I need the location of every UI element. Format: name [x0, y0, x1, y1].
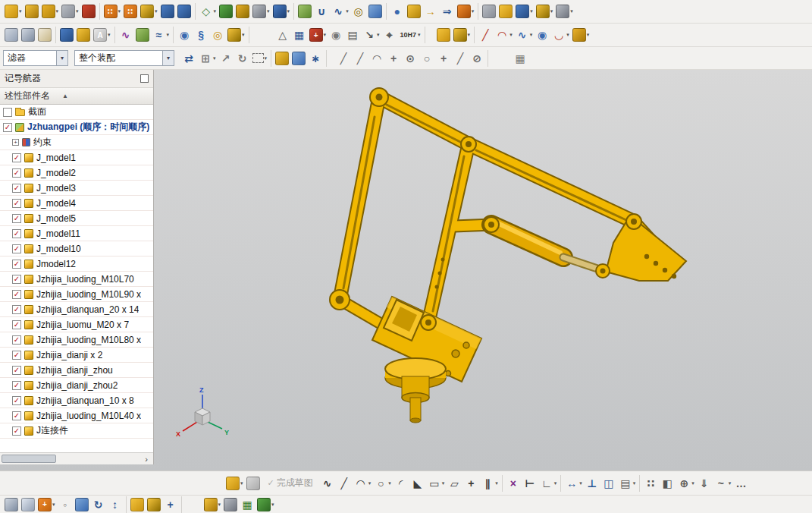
dropdown-caret[interactable]: ▾: [56, 8, 59, 14]
emboss-icon[interactable]: ▾: [226, 25, 246, 45]
snap-point-on-curve-icon[interactable]: ╱: [452, 49, 469, 68]
studio-spline-icon[interactable]: ∿▾: [514, 25, 535, 45]
dropdown-caret[interactable]: ▾: [729, 480, 732, 486]
sheet-stack-icon[interactable]: [3, 25, 20, 45]
window-icon[interactable]: [20, 495, 36, 513]
tree-item-label[interactable]: Jzhijia_luomu_M20 x 7: [36, 319, 129, 330]
measure-body-icon[interactable]: [58, 25, 75, 45]
tree-item-label[interactable]: Jzhijia_dianji_zhou: [36, 365, 113, 376]
snap-quadrant-icon[interactable]: ○: [419, 49, 435, 68]
more-curves-icon[interactable]: ◡▾: [550, 25, 571, 45]
edge-blend-icon[interactable]: ▾: [271, 2, 292, 21]
tree-item-label[interactable]: J_model2: [36, 168, 76, 178]
book-icon[interactable]: [20, 25, 36, 45]
component-checkbox[interactable]: ✓: [12, 426, 21, 436]
move-object-icon[interactable]: [435, 25, 452, 45]
tree-item-label[interactable]: J_model5: [36, 213, 76, 224]
pattern-feature-icon[interactable]: ∷▾: [102, 2, 123, 21]
snap-midpoint-icon[interactable]: ╱: [352, 49, 368, 68]
rectangle-icon[interactable]: ▭▾: [426, 474, 447, 493]
tree-item[interactable]: ✓Jzhijia_dianji_zhou2: [0, 378, 153, 393]
tree-item[interactable]: ✓Jzhijia_dianquan_10 x 8: [0, 393, 153, 408]
spiral-icon[interactable]: ◉: [176, 25, 193, 45]
tree-item[interactable]: ✓J_model2: [0, 165, 153, 181]
plus-box-icon[interactable]: ⊞▾: [197, 49, 218, 68]
component-group-icon[interactable]: [129, 495, 146, 513]
project-curve-icon[interactable]: ⇓: [696, 474, 713, 493]
dropdown-caret[interactable]: ▾: [265, 55, 268, 61]
tree-item[interactable]: ✓Jzhijia_dianji x 2: [0, 348, 153, 363]
tree-item[interactable]: ✓J_model5: [0, 211, 153, 226]
component-checkbox[interactable]: ✓: [12, 411, 21, 420]
snap-point-on-surface-icon[interactable]: ⊘: [469, 49, 485, 68]
grid-table-icon[interactable]: ▦: [291, 25, 308, 45]
refresh-icon[interactable]: ↻: [90, 495, 107, 513]
add-user-icon[interactable]: +▾: [36, 495, 57, 513]
component-checkbox[interactable]: ✓: [12, 381, 21, 390]
dropdown-caret[interactable]: ▾: [76, 8, 79, 14]
dropdown-caret[interactable]: ▾: [579, 480, 582, 486]
dropdown-caret[interactable]: ▾: [155, 8, 158, 14]
component-pattern-icon[interactable]: ▾: [514, 2, 535, 21]
make-symmetric-icon[interactable]: ◫: [600, 474, 617, 493]
tree-item[interactable]: ✓Jzhuangpei (顺序：时间顺序): [0, 120, 153, 135]
tree-item[interactable]: ✓J_model4: [0, 196, 153, 211]
intersection-point-icon[interactable]: ⊕▾: [676, 474, 696, 493]
tree-item-label[interactable]: Jzhijia_luoding_M10L90 x: [36, 289, 141, 300]
assembly-icon[interactable]: [497, 2, 514, 21]
sphere-icon[interactable]: ●: [389, 2, 406, 21]
combo-caret-icon[interactable]: ▾: [56, 51, 67, 65]
fillet-icon[interactable]: ◜: [393, 474, 409, 493]
tree-expander[interactable]: +: [12, 139, 19, 146]
subtract-icon[interactable]: [159, 2, 176, 21]
profile-icon[interactable]: ∿: [319, 474, 336, 493]
interpart-link-icon[interactable]: ⇄: [180, 49, 197, 68]
tree-item-label[interactable]: Jzhijia_dianquan_10 x 8: [36, 395, 134, 406]
trim-body-icon[interactable]: [218, 2, 234, 21]
helix-curve-icon[interactable]: ◉: [534, 25, 550, 45]
tree-item-label[interactable]: J_model3: [36, 183, 76, 194]
dropdown-caret[interactable]: ▾: [509, 32, 513, 38]
tree-item-label[interactable]: Jzhijia_dianji x 2: [36, 350, 102, 360]
dropdown-caret[interactable]: ▾: [587, 32, 590, 38]
component-checkbox[interactable]: ✓: [12, 244, 21, 253]
move-component-icon[interactable]: ▾: [535, 2, 555, 21]
circle-icon[interactable]: ○▾: [372, 474, 393, 493]
tree-item[interactable]: +约束: [0, 135, 153, 150]
dropdown-caret[interactable]: ▾: [240, 480, 243, 486]
component-checkbox[interactable]: ✓: [12, 184, 21, 193]
pin-icon[interactable]: ◦: [57, 495, 74, 513]
bounded-plane-icon[interactable]: [367, 2, 384, 21]
dropdown-caret[interactable]: ▾: [214, 8, 217, 14]
component-checkbox[interactable]: ✓: [12, 320, 21, 329]
exploded-view-icon[interactable]: ▾: [554, 2, 575, 21]
move-face-icon[interactable]: →: [422, 2, 439, 21]
pattern-annotation-icon[interactable]: +▾: [308, 25, 328, 45]
cylinder-feature-icon[interactable]: [24, 2, 40, 21]
edit-curve-icon[interactable]: ~▾: [713, 474, 733, 493]
component-checkbox[interactable]: ✓: [12, 366, 21, 375]
snap-center-icon[interactable]: ⊙: [402, 49, 419, 68]
assembly-arrangements-icon[interactable]: ▾: [452, 25, 472, 45]
intersect-icon[interactable]: [176, 2, 193, 21]
component-checkbox[interactable]: ✓: [12, 260, 21, 269]
tree-item-label[interactable]: Jzhijia_luoding_M10L70: [36, 274, 134, 285]
solid-body-filter-icon[interactable]: [274, 49, 290, 68]
component-checkbox[interactable]: ✓: [12, 351, 21, 360]
revolve-icon[interactable]: ▾: [60, 2, 80, 21]
add-component-icon[interactable]: +: [162, 495, 179, 513]
dropdown-caret[interactable]: ▾: [377, 32, 380, 38]
mirror-feature-icon[interactable]: ∷: [122, 2, 139, 21]
finish-sketch-button[interactable]: ✓ 完成草图: [268, 477, 313, 489]
tree-item[interactable]: ✓J_model1: [0, 150, 153, 165]
dropdown-caret[interactable]: ▾: [213, 55, 216, 61]
dropdown-caret[interactable]: ▾: [108, 32, 111, 38]
shell-icon[interactable]: [234, 2, 251, 21]
dropdown-caret[interactable]: ▾: [218, 502, 221, 508]
tree-item[interactable]: ✓Jzhijia_dianji_zhou: [0, 363, 153, 378]
component-checkbox[interactable]: ✓: [12, 214, 21, 223]
dropdown-caret[interactable]: ▾: [554, 480, 557, 486]
tree-item[interactable]: ✓Jmodel12: [0, 256, 153, 272]
tree-item-label[interactable]: J_model11: [36, 228, 80, 239]
tree-item[interactable]: ✓Jzhijia_luoding_M10L90 x: [0, 287, 153, 302]
